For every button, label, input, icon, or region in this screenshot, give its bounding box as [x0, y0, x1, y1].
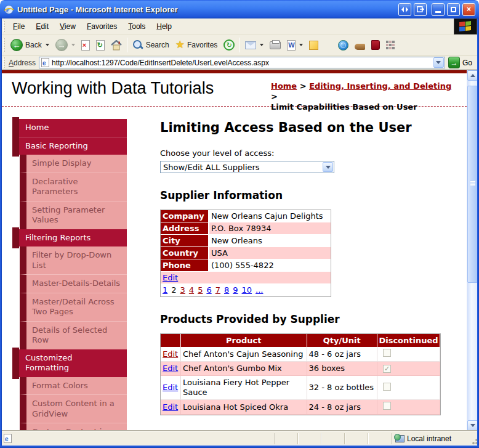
status-pane [297, 433, 321, 444]
sidebar-item-customized-formatting[interactable]: Customized Formatting [19, 349, 127, 377]
discuss-button[interactable] [306, 39, 321, 52]
sidebar-item-format-colors[interactable]: Format Colors [20, 377, 127, 395]
discontinued-checkbox[interactable] [383, 349, 391, 357]
minimize-button[interactable] [432, 3, 445, 16]
sidebar-item-setting-parameter-values[interactable]: Setting Parameter Values [20, 201, 127, 229]
sidebar-item-custom-content-in-a-gridview[interactable]: Custom Content in a GridView [20, 394, 127, 423]
toolbar-grip[interactable] [3, 21, 5, 32]
research-button[interactable] [335, 38, 352, 52]
sidebar-item-simple-display[interactable]: Simple Display [20, 155, 127, 173]
pager-page-3[interactable]: 3 [180, 285, 185, 295]
window-border [0, 446, 479, 448]
sidebar-item-filter-by-drop-down-list[interactable]: Filter by Drop-Down List [20, 246, 127, 274]
refresh-icon: ↻ [96, 40, 105, 51]
history-button[interactable]: ↻ [220, 38, 238, 52]
discontinued-checkbox[interactable]: ✓ [383, 365, 391, 373]
menu-tools[interactable]: Tools [123, 20, 151, 33]
pager-page-[interactable]: ... [256, 285, 263, 295]
addon-button-3[interactable] [383, 39, 398, 52]
sidebar-item-home[interactable]: Home [19, 119, 127, 137]
breadcrumb-link-editing-inserting-and-deleting[interactable]: Editing, Inserting, and Deleting [309, 81, 451, 91]
forward-dropdown-icon [71, 44, 75, 46]
pager-page-4[interactable]: 4 [189, 285, 194, 295]
menu-help[interactable]: Help [151, 20, 177, 33]
security-zone-pane: Local intranet [391, 433, 470, 444]
addon-button-2[interactable] [368, 38, 383, 52]
address-dropdown-button[interactable] [433, 57, 444, 68]
pager-page-2: 2 [171, 285, 176, 295]
edit-with-word-button[interactable]: W [284, 38, 306, 52]
home-button[interactable] [108, 38, 125, 52]
menu-file[interactable]: File [7, 20, 30, 33]
scrollbar-grip-icon [470, 180, 475, 185]
vertical-scrollbar[interactable] [467, 70, 477, 431]
sidebar-item-master-details-details[interactable]: Master-Details-Details [20, 274, 127, 293]
product-qty-cell: 24 - 8 oz jars [307, 400, 377, 415]
maximize-button[interactable] [447, 3, 460, 16]
product-edit-link[interactable]: Edit [163, 364, 178, 373]
back-dropdown-icon[interactable] [46, 44, 49, 46]
product-edit-link[interactable]: Edit [163, 349, 178, 359]
pager-page-6[interactable]: 6 [206, 285, 211, 295]
windows-throbber-icon [454, 18, 477, 35]
supplier-field-label: Phone [161, 259, 209, 272]
discontinued-checkbox[interactable] [383, 402, 391, 410]
forward-button[interactable]: → [52, 37, 78, 53]
supplier-row-phone: Phone(100) 555-4822 [161, 259, 331, 272]
address-input[interactable]: e http://localhost:1297/Code/EditInsertD… [39, 57, 445, 68]
supplier-edit-link[interactable]: Edit [163, 273, 178, 282]
menu-view[interactable]: View [54, 20, 81, 33]
discontinued-checkbox[interactable] [383, 383, 391, 391]
library-search-icon [371, 40, 380, 50]
sidebar-item-basic-reporting[interactable]: Basic Reporting [19, 137, 127, 155]
close-button[interactable]: × [462, 3, 475, 16]
window-title: Untitled Page - Microsoft Internet Explo… [17, 5, 396, 14]
addon-button-1[interactable] [352, 39, 368, 52]
refresh-button[interactable]: ↻ [93, 38, 108, 52]
menu-edit[interactable]: Edit [30, 20, 54, 33]
history-icon: ↻ [223, 39, 235, 51]
sidebar-item-details-of-selected-row[interactable]: Details of Selected Row [20, 321, 127, 349]
scroll-down-button[interactable] [467, 420, 478, 431]
menu-favorites[interactable]: Favorites [81, 20, 123, 33]
scrollbar-thumb[interactable] [467, 86, 478, 283]
access-level-select[interactable]: Show/Edit ALL Suppliers [160, 161, 334, 173]
sidebar-item-master-detail-across-two-pages[interactable]: Master/Detail Across Two Pages [20, 293, 127, 321]
sidebar-item-filtering-reports[interactable]: Filtering Reports [19, 229, 127, 247]
mail-button[interactable] [242, 39, 267, 51]
menu-items: FileEditViewFavoritesToolsHelp [7, 20, 177, 33]
search-button[interactable]: Search [129, 38, 172, 52]
address-url: http://localhost:1297/Code/EditInsertDel… [52, 59, 433, 67]
toolbar-grip[interactable] [3, 57, 5, 67]
toolbar-grip[interactable] [3, 38, 5, 52]
pager-page-10[interactable]: 10 [242, 285, 252, 295]
favorites-button[interactable]: ★ Favorites [172, 38, 221, 52]
products-header-qty-unit: Qty/Unit [307, 334, 377, 347]
product-edit-cell: Edit [161, 400, 181, 415]
horizontal-arrows-button[interactable] [398, 3, 411, 16]
main-content: Limiting Access Based on the User Choose… [160, 107, 449, 415]
ie-logo-icon: e [4, 4, 14, 15]
back-button[interactable]: ← Back [7, 37, 52, 53]
pager-page-8[interactable]: 8 [224, 285, 229, 295]
supplier-field-value: (100) 555-4822 [209, 259, 331, 272]
breadcrumb-link-home[interactable]: Home [271, 81, 297, 91]
select-dropdown-icon[interactable] [323, 162, 333, 172]
pager-page-1[interactable]: 1 [163, 285, 167, 295]
pager-page-5[interactable]: 5 [198, 285, 203, 295]
pager-page-9[interactable]: 9 [233, 285, 238, 295]
pop-out-button[interactable] [414, 3, 427, 16]
product-name-cell: Louisiana Hot Spiced Okra [181, 400, 307, 415]
products-grid-table: ProductQty/UnitDiscontinued EditChef Ant… [160, 333, 441, 415]
stop-button[interactable]: × [78, 38, 93, 52]
sidebar-item-declarative-parameters[interactable]: Declarative Parameters [20, 173, 127, 201]
product-edit-link[interactable]: Edit [163, 402, 178, 412]
print-button[interactable] [267, 39, 284, 51]
go-button[interactable]: → Go [445, 55, 477, 70]
scroll-up-button[interactable] [467, 70, 478, 81]
toolbar-separator [240, 38, 240, 52]
sidebar-item-custom-content-in-a-detailsview[interactable]: Custom Content in a DetailsView [20, 423, 127, 431]
pager-page-7[interactable]: 7 [215, 285, 220, 295]
product-edit-link[interactable]: Edit [163, 383, 178, 392]
supplier-field-label: Address [161, 222, 209, 235]
